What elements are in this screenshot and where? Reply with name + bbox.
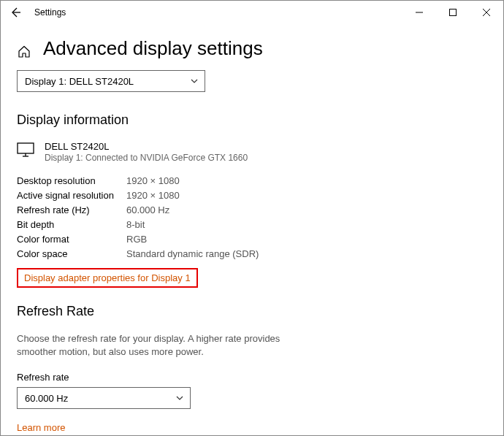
monitor-connection: Display 1: Connected to NVIDIA GeForce G… (45, 153, 248, 163)
info-label: Color format (17, 234, 126, 245)
info-value: 8-bit (126, 219, 145, 230)
minimize-icon (416, 9, 423, 16)
display-selector[interactable]: Display 1: DELL ST2420L (17, 70, 205, 92)
arrow-left-icon (9, 7, 21, 18)
info-row-color-format: Color format RGB (17, 232, 487, 246)
maximize-icon (449, 9, 457, 16)
display-selector-value: Display 1: DELL ST2420L (25, 76, 134, 87)
info-value: 1920 × 1080 (126, 190, 180, 201)
window-title: Settings (34, 7, 66, 18)
refresh-rate-heading: Refresh Rate (17, 304, 487, 319)
info-label: Active signal resolution (17, 190, 126, 201)
titlebar: Settings (1, 1, 503, 24)
refresh-rate-value: 60.000 Hz (25, 393, 68, 404)
display-info-table: Desktop resolution 1920 × 1080 Active si… (17, 173, 487, 261)
chevron-down-icon (190, 77, 199, 85)
display-info-heading: Display information (17, 112, 487, 128)
info-value: Standard dynamic range (SDR) (126, 248, 259, 259)
info-value: 60.000 Hz (126, 204, 169, 215)
monitor-name: DELL ST2420L (45, 141, 248, 152)
close-icon (483, 9, 490, 16)
chevron-down-icon (175, 394, 184, 402)
info-row-active-signal: Active signal resolution 1920 × 1080 (17, 188, 487, 202)
refresh-rate-selector[interactable]: 60.000 Hz (17, 387, 191, 409)
home-button[interactable] (17, 44, 33, 60)
header-row: Advanced display settings (17, 33, 487, 70)
info-row-bit-depth: Bit depth 8-bit (17, 217, 487, 232)
maximize-button[interactable] (436, 1, 470, 24)
monitor-summary: DELL ST2420L Display 1: Connected to NVI… (17, 141, 487, 163)
content-area: Advanced display settings Display 1: DEL… (1, 24, 503, 434)
minimize-button[interactable] (402, 1, 436, 24)
refresh-rate-description: Choose the refresh rate for your display… (17, 332, 309, 359)
info-label: Bit depth (17, 219, 126, 230)
home-icon (17, 45, 31, 59)
info-label: Color space (17, 248, 126, 259)
info-label: Desktop resolution (17, 175, 126, 186)
monitor-icon (17, 142, 34, 157)
display-adapter-link[interactable]: Display adapter properties for Display 1 (17, 268, 198, 288)
info-value: RGB (126, 234, 147, 245)
close-button[interactable] (470, 1, 503, 24)
info-row-refresh-rate: Refresh rate (Hz) 60.000 Hz (17, 202, 487, 217)
back-button[interactable] (8, 5, 23, 20)
info-row-desktop-resolution: Desktop resolution 1920 × 1080 (17, 173, 487, 188)
info-value: 1920 × 1080 (126, 175, 180, 186)
info-row-color-space: Color space Standard dynamic range (SDR) (17, 246, 487, 261)
info-label: Refresh rate (Hz) (17, 204, 126, 215)
window-controls (402, 1, 503, 24)
svg-rect-1 (18, 143, 34, 153)
refresh-rate-label: Refresh rate (17, 372, 487, 383)
svg-rect-0 (450, 9, 457, 16)
learn-more-link[interactable]: Learn more (17, 422, 65, 433)
page-title: Advanced display settings (43, 37, 263, 60)
